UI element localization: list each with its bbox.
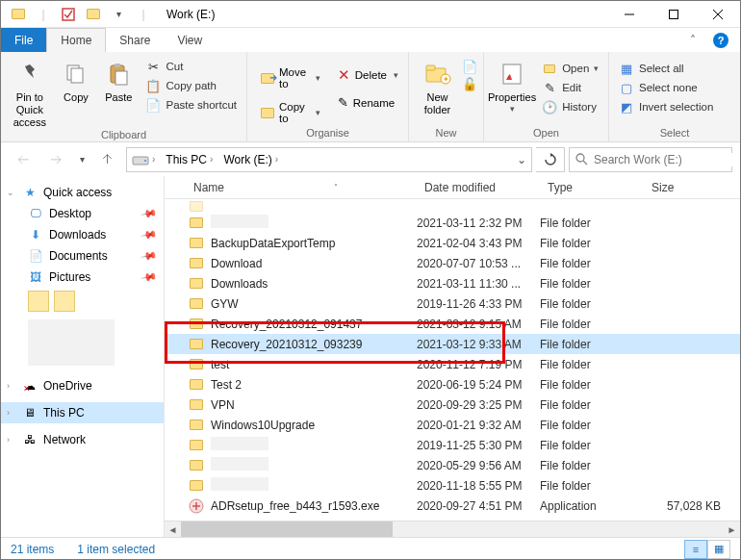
table-row[interactable]: test2020-11-12 7:19 PMFile folder — [165, 354, 740, 374]
tab-share[interactable]: Share — [106, 28, 164, 52]
nav-onedrive[interactable]: ›☁✕OneDrive — [1, 375, 164, 396]
table-row[interactable]: 2020-11-18 5:55 PMFile folder — [165, 475, 740, 496]
table-row[interactable]: Recovery_20210312_0932392021-03-12 9:33 … — [165, 334, 740, 354]
pinned-folder-icon[interactable] — [54, 291, 75, 312]
search-box[interactable] — [569, 147, 732, 172]
group-organise: ➜Move to▾ Copy to▾ ✕Delete▾ ✎Rename Orga… — [247, 52, 409, 141]
table-row[interactable]: Test 22020-06-19 5:24 PMFile folder — [165, 374, 740, 395]
copy-button[interactable]: Copy — [55, 55, 97, 104]
history-icon: 🕑 — [542, 99, 557, 115]
table-row[interactable]: 2020-05-29 9:56 AMFile folder — [165, 455, 740, 475]
details-view-button[interactable]: ≡ — [684, 540, 707, 559]
horizontal-scrollbar[interactable]: ◄ ► — [165, 521, 740, 537]
help-icon: ? — [713, 33, 728, 48]
copy-path-button[interactable]: 📋Copy path — [145, 78, 237, 93]
refresh-button[interactable] — [536, 147, 565, 172]
file-type: File folder — [540, 378, 644, 392]
star-icon: ★ — [22, 185, 38, 200]
svg-point-17 — [576, 154, 584, 162]
nav-pictures[interactable]: 🖼Pictures📌 — [1, 267, 164, 288]
delete-button[interactable]: ✕Delete▾ — [332, 64, 404, 86]
scroll-left-icon[interactable]: ◄ — [165, 522, 181, 538]
move-to-button[interactable]: ➜Move to▾ — [255, 64, 326, 91]
address-dropdown-icon[interactable]: ⌄ — [512, 148, 531, 171]
search-input[interactable] — [594, 153, 738, 166]
pin-to-quick-access-button[interactable]: Pin to Quick access — [5, 55, 55, 129]
table-row[interactable]: GYW2019-11-26 4:33 PMFile folder — [165, 293, 740, 314]
table-row[interactable]: Recovery_20210312_0914372021-03-12 9:15 … — [165, 314, 740, 334]
table-row[interactable]: Downloads2021-03-11 11:30 ...File folder — [165, 273, 740, 293]
qat-dropdown-icon[interactable]: ▾ — [109, 5, 128, 24]
group-label-open: Open — [484, 127, 608, 141]
column-size[interactable]: Size — [646, 181, 723, 194]
column-date[interactable]: Date modified — [419, 181, 542, 194]
table-row[interactable]: 2019-11-25 5:30 PMFile folder — [165, 435, 740, 455]
new-item-icon[interactable]: 📄 — [462, 60, 477, 74]
close-button[interactable] — [696, 1, 740, 28]
paste-shortcut-button[interactable]: 📄Paste shortcut — [145, 97, 237, 113]
pinned-folder-icon[interactable] — [28, 291, 49, 312]
table-row[interactable]: Windows10Upgrade2020-01-21 9:32 AMFile f… — [165, 415, 740, 435]
breadcrumb[interactable]: › This PC› Work (E:)› ⌄ — [126, 147, 532, 172]
group-label-clipboard: Clipboard — [1, 129, 246, 143]
sort-indicator-icon: ˄ — [334, 183, 338, 191]
nav-downloads[interactable]: ⬇Downloads📌 — [1, 224, 164, 245]
edit-button[interactable]: ✎Edit — [542, 80, 599, 95]
column-name[interactable]: Name˄ — [188, 181, 419, 194]
nav-documents[interactable]: 📄Documents📌 — [1, 245, 164, 267]
copy-path-icon: 📋 — [145, 78, 161, 93]
table-row[interactable]: BackupDataExportTemp2021-02-04 3:43 PMFi… — [165, 233, 740, 253]
up-button[interactable]: 🡡 — [93, 147, 122, 172]
file-list[interactable]: 2021-03-11 2:32 PMFile folderBackupDataE… — [165, 199, 740, 521]
scroll-track[interactable] — [181, 522, 724, 537]
open-button[interactable]: Open▾ — [542, 61, 599, 76]
breadcrumb-thispc[interactable]: This PC› — [163, 148, 218, 171]
rename-button[interactable]: ✎Rename — [332, 93, 404, 112]
help-button[interactable]: ? — [702, 28, 740, 52]
easy-access-icon[interactable]: 🔓 — [462, 77, 477, 91]
forward-button[interactable]: 🡢 — [41, 147, 70, 172]
table-row[interactable] — [165, 199, 740, 213]
copy-to-icon — [261, 108, 274, 118]
table-row[interactable]: Download2020-07-07 10:53 ...File folder — [165, 253, 740, 273]
properties-button[interactable]: Properties ▾ — [488, 55, 536, 114]
table-row[interactable]: 2021-03-11 2:32 PMFile folder — [165, 213, 740, 233]
paste-button[interactable]: Paste — [97, 55, 140, 104]
scroll-right-icon[interactable]: ► — [724, 522, 740, 538]
nav-quick-access[interactable]: ⌄★Quick access — [1, 182, 164, 203]
select-all-button[interactable]: ▦Select all — [619, 61, 713, 76]
breadcrumb-work[interactable]: Work (E:)› — [220, 148, 284, 171]
file-name: Download — [211, 257, 417, 270]
history-button[interactable]: 🕑History — [542, 99, 599, 115]
status-selected: 1 item selected — [77, 543, 155, 556]
nav-this-pc[interactable]: ›🖥This PC — [1, 402, 164, 423]
ribbon-collapse-icon[interactable]: ˄ — [684, 28, 702, 52]
invert-selection-button[interactable]: ◩Invert selection — [619, 99, 713, 115]
file-date: 2020-11-12 7:19 PM — [417, 358, 540, 371]
tab-view[interactable]: View — [164, 28, 216, 52]
table-row[interactable]: VPN2020-09-29 3:25 PMFile folder — [165, 395, 740, 415]
cloud-icon: ☁✕ — [22, 378, 38, 394]
thumbnails-view-button[interactable]: ▦ — [707, 540, 730, 559]
select-none-button[interactable]: ▢Select none — [619, 80, 713, 95]
file-type: File folder — [540, 216, 644, 230]
column-type[interactable]: Type — [542, 181, 646, 194]
cut-button[interactable]: ✂Cut — [145, 59, 237, 74]
drive-icon[interactable]: › — [129, 148, 161, 171]
recent-locations-icon[interactable]: ▾ — [74, 147, 89, 172]
new-folder-button[interactable]: ✦ New folder — [413, 55, 462, 116]
maximize-button[interactable] — [652, 1, 696, 28]
copy-to-button[interactable]: Copy to▾ — [255, 99, 326, 126]
tab-home[interactable]: Home — [46, 28, 106, 52]
properties-icon[interactable] — [59, 5, 78, 24]
nav-network[interactable]: ›🖧Network — [1, 429, 164, 450]
minimize-button[interactable] — [607, 1, 652, 28]
tab-file[interactable]: File — [1, 28, 46, 52]
scroll-thumb[interactable] — [181, 522, 393, 537]
rename-icon: ✎ — [338, 95, 348, 110]
nav-desktop[interactable]: 🖵Desktop📌 — [1, 203, 164, 224]
back-button[interactable]: 🡠 — [9, 147, 38, 172]
ribbon: Pin to Quick access Copy Paste ✂Cut 📋Cop… — [1, 52, 740, 142]
table-row[interactable]: ADRsetup_free_b443_r1593.exe2020-09-27 4… — [165, 496, 740, 516]
pin-icon — [17, 59, 42, 89]
